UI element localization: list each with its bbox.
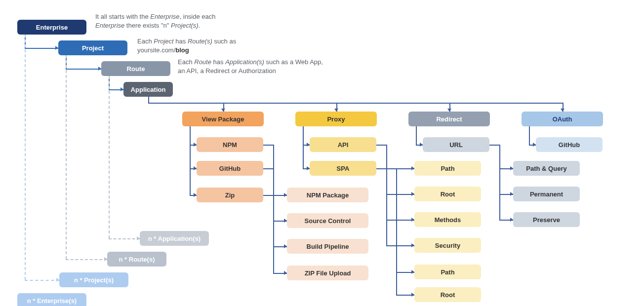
connector-segment <box>376 145 386 146</box>
connector-segment <box>386 145 387 245</box>
node-preserve: Preserve <box>513 212 580 227</box>
connector-segment <box>273 195 274 273</box>
connector-segment <box>489 145 499 146</box>
node-n_enterprise: n * Enterprise(s) <box>17 293 86 306</box>
connector-segment <box>386 194 414 195</box>
connector-segment <box>263 168 273 169</box>
node-redirect: Redirect <box>408 112 490 126</box>
connector-segment <box>416 126 417 145</box>
node-spa_path: Path <box>414 265 481 279</box>
node-api: API <box>310 137 376 152</box>
node-spa: SPA <box>310 161 376 176</box>
connector-segment <box>25 35 26 280</box>
node-zip_upload: ZIP File Upload <box>287 266 368 280</box>
node-api_path: Path <box>414 161 481 176</box>
node-proxy: Proxy <box>295 112 377 126</box>
connector-segment <box>109 238 140 239</box>
node-spa_root: Root <box>414 287 481 302</box>
connector-segment <box>386 245 414 246</box>
node-npm_pkg: NPM Package <box>287 188 368 202</box>
node-api_root: Root <box>414 187 481 201</box>
connector-segment <box>190 126 191 195</box>
connector-segment <box>263 195 273 196</box>
connector-segment <box>396 168 397 295</box>
node-url: URL <box>423 137 489 152</box>
node-build_pipe: Build Pipeline <box>287 239 368 254</box>
node-enterprise: Enterprise <box>17 20 86 35</box>
node-n_project: n * Project(s) <box>59 272 128 287</box>
connector-segment <box>148 97 149 103</box>
connector-segment <box>303 126 304 168</box>
node-src_ctrl: Source Control <box>287 213 368 228</box>
node-project: Project <box>58 40 127 55</box>
connector-segment <box>109 76 110 238</box>
diagram-canvas: It all starts with the Enterprise, insid… <box>0 0 644 306</box>
node-application: Application <box>123 82 173 97</box>
node-github_v: GitHub <box>197 161 263 176</box>
node-npm: NPM <box>197 137 263 152</box>
description-d_route: Each Route has Application(s) such as a … <box>178 58 326 76</box>
connector-segment <box>66 69 101 70</box>
node-n_app: n * Application(s) <box>140 231 209 246</box>
connector-segment <box>25 48 58 49</box>
description-d_project: Each Project has Route(s) such as yoursi… <box>137 37 266 55</box>
connector-segment <box>529 126 530 145</box>
connector-segment <box>386 220 414 221</box>
node-route: Route <box>101 61 170 76</box>
description-d_enterprise: It all starts with the Enterprise, insid… <box>95 12 224 30</box>
node-path_query: Path & Query <box>513 161 580 176</box>
connector-segment <box>499 145 500 220</box>
node-permanent: Permanent <box>513 187 580 201</box>
node-zip: Zip <box>197 188 263 202</box>
node-n_route: n * Route(s) <box>107 252 166 267</box>
node-oauth: OAuth <box>522 112 603 126</box>
connector-segment <box>376 168 396 169</box>
connector-segment <box>148 103 563 104</box>
node-view_package: View Package <box>182 112 264 126</box>
connector-segment <box>25 280 59 281</box>
node-github_o: GitHub <box>536 137 603 152</box>
node-api_security: Security <box>414 238 481 253</box>
node-api_methods: Methods <box>414 212 481 227</box>
connector-segment <box>66 55 67 259</box>
connector-segment <box>66 259 107 260</box>
connector-segment <box>263 145 273 146</box>
